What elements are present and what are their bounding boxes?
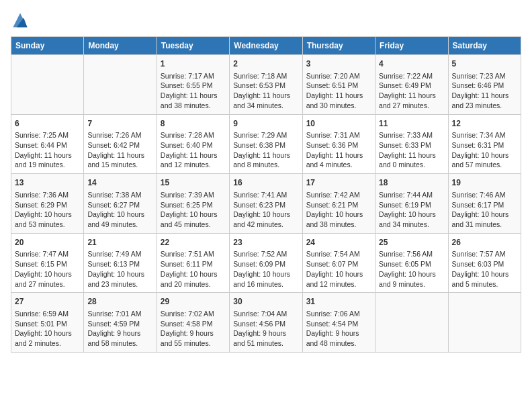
day-number: 28 xyxy=(87,296,152,308)
calendar-cell: 12Sunrise: 7:34 AM Sunset: 6:31 PM Dayli… xyxy=(448,114,521,174)
day-info: Sunrise: 7:41 AM Sunset: 6:23 PM Dayligh… xyxy=(233,190,298,230)
day-info: Sunrise: 7:01 AM Sunset: 4:59 PM Dayligh… xyxy=(87,309,152,349)
day-number: 21 xyxy=(87,237,152,248)
calendar-cell: 23Sunrise: 7:52 AM Sunset: 6:09 PM Dayli… xyxy=(230,233,302,293)
calendar-cell xyxy=(375,293,448,353)
day-number: 13 xyxy=(15,177,80,189)
day-info: Sunrise: 6:59 AM Sunset: 5:01 PM Dayligh… xyxy=(15,309,80,349)
day-number: 16 xyxy=(233,177,298,189)
calendar-cell xyxy=(448,293,521,353)
calendar-cell: 29Sunrise: 7:02 AM Sunset: 4:58 PM Dayli… xyxy=(157,293,229,353)
day-number: 26 xyxy=(452,237,517,248)
day-info: Sunrise: 7:25 AM Sunset: 6:44 PM Dayligh… xyxy=(15,130,80,170)
day-info: Sunrise: 7:28 AM Sunset: 6:40 PM Dayligh… xyxy=(161,130,226,170)
calendar-cell: 16Sunrise: 7:41 AM Sunset: 6:23 PM Dayli… xyxy=(230,174,302,234)
calendar-cell: 2Sunrise: 7:18 AM Sunset: 6:53 PM Daylig… xyxy=(230,55,302,115)
day-number: 5 xyxy=(452,58,517,70)
day-info: Sunrise: 7:22 AM Sunset: 6:49 PM Dayligh… xyxy=(379,71,444,111)
logo xyxy=(11,11,32,30)
calendar-cell: 20Sunrise: 7:47 AM Sunset: 6:15 PM Dayli… xyxy=(11,233,84,293)
day-info: Sunrise: 7:56 AM Sunset: 6:05 PM Dayligh… xyxy=(379,249,444,289)
day-number: 31 xyxy=(306,296,371,308)
day-info: Sunrise: 7:06 AM Sunset: 4:54 PM Dayligh… xyxy=(306,309,371,349)
day-number: 20 xyxy=(15,237,80,248)
day-number: 12 xyxy=(452,118,517,130)
calendar-cell xyxy=(84,55,157,115)
calendar-cell: 4Sunrise: 7:22 AM Sunset: 6:49 PM Daylig… xyxy=(375,55,448,115)
day-number: 15 xyxy=(161,177,226,189)
day-number: 19 xyxy=(452,177,517,189)
calendar-cell: 14Sunrise: 7:38 AM Sunset: 6:27 PM Dayli… xyxy=(84,174,157,234)
day-info: Sunrise: 7:47 AM Sunset: 6:15 PM Dayligh… xyxy=(15,249,80,289)
day-info: Sunrise: 7:23 AM Sunset: 6:46 PM Dayligh… xyxy=(452,71,517,111)
calendar-table: SundayMondayTuesdayWednesdayThursdayFrid… xyxy=(11,36,521,353)
day-number: 7 xyxy=(87,118,152,130)
calendar-cell: 31Sunrise: 7:06 AM Sunset: 4:54 PM Dayli… xyxy=(302,293,375,353)
calendar-cell: 27Sunrise: 6:59 AM Sunset: 5:01 PM Dayli… xyxy=(11,293,84,353)
calendar-cell: 9Sunrise: 7:29 AM Sunset: 6:38 PM Daylig… xyxy=(230,114,302,174)
day-info: Sunrise: 7:26 AM Sunset: 6:42 PM Dayligh… xyxy=(87,130,152,170)
day-info: Sunrise: 7:42 AM Sunset: 6:21 PM Dayligh… xyxy=(306,190,371,230)
calendar-week-4: 20Sunrise: 7:47 AM Sunset: 6:15 PM Dayli… xyxy=(11,233,521,293)
calendar-cell: 8Sunrise: 7:28 AM Sunset: 6:40 PM Daylig… xyxy=(157,114,229,174)
day-number: 29 xyxy=(161,296,226,308)
calendar-week-2: 6Sunrise: 7:25 AM Sunset: 6:44 PM Daylig… xyxy=(11,114,521,174)
day-info: Sunrise: 7:39 AM Sunset: 6:25 PM Dayligh… xyxy=(161,190,226,230)
calendar-cell: 26Sunrise: 7:57 AM Sunset: 6:03 PM Dayli… xyxy=(448,233,521,293)
calendar-cell: 21Sunrise: 7:49 AM Sunset: 6:13 PM Dayli… xyxy=(84,233,157,293)
calendar-cell xyxy=(11,55,84,115)
day-number: 23 xyxy=(233,237,298,248)
day-number: 2 xyxy=(233,58,298,70)
col-header-tuesday: Tuesday xyxy=(157,37,229,55)
calendar-cell: 15Sunrise: 7:39 AM Sunset: 6:25 PM Dayli… xyxy=(157,174,229,234)
calendar-cell: 24Sunrise: 7:54 AM Sunset: 6:07 PM Dayli… xyxy=(302,233,375,293)
day-info: Sunrise: 7:46 AM Sunset: 6:17 PM Dayligh… xyxy=(452,190,517,230)
calendar-header: SundayMondayTuesdayWednesdayThursdayFrid… xyxy=(11,37,521,55)
day-number: 24 xyxy=(306,237,371,248)
col-header-thursday: Thursday xyxy=(302,37,375,55)
day-info: Sunrise: 7:04 AM Sunset: 4:56 PM Dayligh… xyxy=(233,309,298,349)
day-info: Sunrise: 7:49 AM Sunset: 6:13 PM Dayligh… xyxy=(87,249,152,289)
day-info: Sunrise: 7:51 AM Sunset: 6:11 PM Dayligh… xyxy=(161,249,226,289)
col-header-saturday: Saturday xyxy=(448,37,521,55)
day-info: Sunrise: 7:33 AM Sunset: 6:33 PM Dayligh… xyxy=(379,130,444,170)
day-number: 3 xyxy=(306,58,371,70)
calendar-cell: 13Sunrise: 7:36 AM Sunset: 6:29 PM Dayli… xyxy=(11,174,84,234)
calendar-cell: 7Sunrise: 7:26 AM Sunset: 6:42 PM Daylig… xyxy=(84,114,157,174)
day-info: Sunrise: 7:54 AM Sunset: 6:07 PM Dayligh… xyxy=(306,249,371,289)
calendar-cell: 28Sunrise: 7:01 AM Sunset: 4:59 PM Dayli… xyxy=(84,293,157,353)
calendar-cell: 5Sunrise: 7:23 AM Sunset: 6:46 PM Daylig… xyxy=(448,55,521,115)
day-info: Sunrise: 7:18 AM Sunset: 6:53 PM Dayligh… xyxy=(233,71,298,111)
day-info: Sunrise: 7:52 AM Sunset: 6:09 PM Dayligh… xyxy=(233,249,298,289)
col-header-friday: Friday xyxy=(375,37,448,55)
calendar-week-5: 27Sunrise: 6:59 AM Sunset: 5:01 PM Dayli… xyxy=(11,293,521,353)
day-info: Sunrise: 7:34 AM Sunset: 6:31 PM Dayligh… xyxy=(452,130,517,170)
day-number: 22 xyxy=(161,237,226,248)
col-header-wednesday: Wednesday xyxy=(230,37,302,55)
col-header-sunday: Sunday xyxy=(11,37,84,55)
col-header-monday: Monday xyxy=(84,37,157,55)
calendar-cell: 19Sunrise: 7:46 AM Sunset: 6:17 PM Dayli… xyxy=(448,174,521,234)
day-info: Sunrise: 7:38 AM Sunset: 6:27 PM Dayligh… xyxy=(87,190,152,230)
calendar-cell: 6Sunrise: 7:25 AM Sunset: 6:44 PM Daylig… xyxy=(11,114,84,174)
day-number: 18 xyxy=(379,177,444,189)
calendar-cell: 30Sunrise: 7:04 AM Sunset: 4:56 PM Dayli… xyxy=(230,293,302,353)
day-info: Sunrise: 7:17 AM Sunset: 6:55 PM Dayligh… xyxy=(161,71,226,111)
day-info: Sunrise: 7:20 AM Sunset: 6:51 PM Dayligh… xyxy=(306,71,371,111)
calendar-cell: 1Sunrise: 7:17 AM Sunset: 6:55 PM Daylig… xyxy=(157,55,229,115)
logo-icon xyxy=(11,11,30,30)
calendar-cell: 10Sunrise: 7:31 AM Sunset: 6:36 PM Dayli… xyxy=(302,114,375,174)
calendar-week-3: 13Sunrise: 7:36 AM Sunset: 6:29 PM Dayli… xyxy=(11,174,521,234)
day-number: 17 xyxy=(306,177,371,189)
day-info: Sunrise: 7:44 AM Sunset: 6:19 PM Dayligh… xyxy=(379,190,444,230)
calendar-cell: 3Sunrise: 7:20 AM Sunset: 6:51 PM Daylig… xyxy=(302,55,375,115)
calendar-week-1: 1Sunrise: 7:17 AM Sunset: 6:55 PM Daylig… xyxy=(11,55,521,115)
day-number: 10 xyxy=(306,118,371,130)
day-number: 8 xyxy=(161,118,226,130)
calendar-cell: 25Sunrise: 7:56 AM Sunset: 6:05 PM Dayli… xyxy=(375,233,448,293)
day-info: Sunrise: 7:02 AM Sunset: 4:58 PM Dayligh… xyxy=(161,309,226,349)
day-info: Sunrise: 7:57 AM Sunset: 6:03 PM Dayligh… xyxy=(452,249,517,289)
calendar-cell: 22Sunrise: 7:51 AM Sunset: 6:11 PM Dayli… xyxy=(157,233,229,293)
day-info: Sunrise: 7:29 AM Sunset: 6:38 PM Dayligh… xyxy=(233,130,298,170)
day-number: 11 xyxy=(379,118,444,130)
